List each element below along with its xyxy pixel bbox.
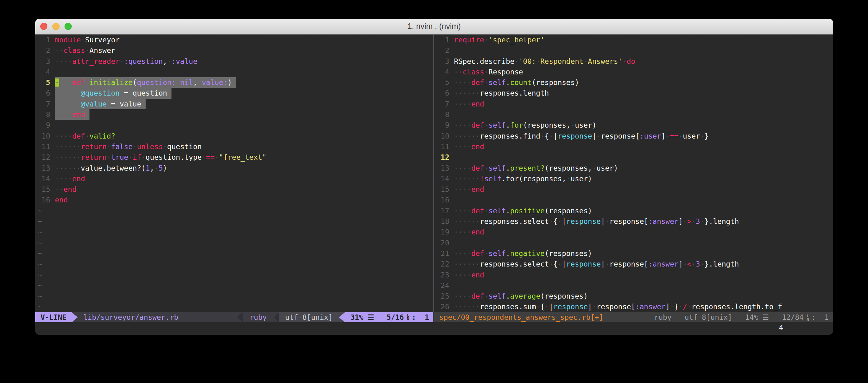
code-text: ····end (454, 141, 484, 152)
mode-indicator: V-LINE (35, 312, 72, 322)
close-button-icon[interactable] (40, 23, 48, 30)
code-line: 13····def·self.present?(responses,·user) (434, 163, 833, 173)
code-text: ····def·self.present?(responses,·user) (454, 163, 618, 173)
code-line: 17····def·self.positive(responses) (434, 206, 833, 216)
code-line: 8 (434, 109, 833, 120)
code-text: ······responses.select·{·|response|·resp… (454, 216, 739, 227)
code-line: 15····end (434, 184, 833, 195)
line-number: 15 (35, 184, 55, 195)
code-line: 7····end (434, 99, 833, 109)
code-text: ······value.between?(1,·5) (55, 163, 167, 173)
code-line: 12 (434, 152, 833, 163)
left-editor-buffer[interactable]: 1module·Surveyor2··class·Answer3····attr… (35, 35, 433, 312)
code-line: 14······!self.for(responses,·user) (434, 173, 833, 184)
code-text: ····def·self.for(responses,·user) (454, 120, 596, 131)
right-status-bar: spec/00_respondents_answers_spec.rb[+] r… (434, 312, 833, 322)
right-editor-buffer[interactable]: 1require·'spec_helper'23RSpec.describe·'… (434, 35, 833, 312)
empty-buffer-line: ~ (35, 259, 433, 269)
line-number: 6 (434, 88, 454, 98)
line-number: 11 (434, 141, 454, 152)
code-text: ····end (454, 184, 484, 195)
code-text: ····def·self.negative(responses) (454, 248, 592, 259)
line-number: 10 (35, 131, 55, 141)
code-text: ······return·false·unless·question (55, 141, 202, 152)
code-line: 10····def·valid? (35, 131, 433, 141)
column-number: 1 (425, 313, 429, 321)
code-text: ····end (454, 227, 484, 237)
tilde-marker: ~ (35, 259, 42, 269)
left-filetype: ruby (243, 312, 273, 322)
title-bar[interactable]: 1. nvim . (nvim) (35, 19, 833, 35)
code-line: 4··class·Response (434, 67, 833, 77)
line-position: 5/16 (386, 313, 404, 321)
tilde-marker: ~ (35, 206, 42, 216)
code-line: 16 (434, 195, 833, 205)
line-number: 18 (434, 216, 454, 227)
line-number: 22 (434, 259, 454, 269)
code-text: ····def·self.positive(responses) (454, 206, 592, 216)
code-line: 1require·'spec_helper' (434, 35, 833, 45)
right-position-info: 14% ☰ (745, 313, 769, 321)
left-position-info: 31% ☰5/16LN: 1 (345, 312, 433, 322)
tilde-marker: ~ (35, 291, 42, 302)
visual-selection: ····end (55, 109, 90, 120)
right-encoding: utf-8[unix] (685, 313, 732, 321)
code-line: 3RSpec.describe·'00:·Respondent·Answers'… (434, 56, 833, 67)
code-line: 14····end (35, 173, 433, 184)
line-number: 9 (35, 120, 55, 131)
powerline-arrow-icon (339, 312, 345, 322)
line-number: 7 (434, 99, 454, 109)
empty-buffer-line: ~ (35, 291, 433, 302)
tilde-marker: ~ (35, 227, 42, 237)
code-text: ······responses.select·{·|response|·resp… (454, 259, 739, 269)
empty-buffer-line: ~ (35, 280, 433, 291)
empty-buffer-line: ~ (35, 248, 433, 259)
line-number: 5 (35, 77, 55, 88)
code-text: ······responses.sum·{·|response|·respons… (454, 302, 782, 312)
line-number: 23 (434, 270, 454, 280)
code-line: 5····def·initialize(question:·nil,·value… (35, 77, 433, 88)
code-line: 4 (35, 67, 433, 77)
visual-selection: ····def·initialize(question:·nil,·value:… (55, 77, 236, 88)
code-line: 25····def·self.average(responses) (434, 291, 833, 302)
code-text: ····def·self.count(responses) (454, 77, 579, 88)
code-line: 26······responses.sum·{·|response|·respo… (434, 302, 833, 312)
code-line: 15··end (35, 184, 433, 195)
code-text: ······@value·=·value (55, 99, 146, 109)
line-number: 16 (35, 195, 55, 205)
line-number: 5 (434, 77, 454, 88)
code-text: ··class·Answer (55, 45, 115, 56)
colon-separator: : (412, 313, 416, 321)
code-line: 3····attr_reader·:question,·:value (35, 56, 433, 67)
left-encoding: utf-8[unix] (279, 312, 339, 322)
code-line: 11······return·false·unless·question (35, 141, 433, 152)
line-number: 17 (434, 206, 454, 216)
zoom-button-icon[interactable] (65, 23, 72, 30)
code-text: ····end (55, 109, 90, 120)
code-line: 23····end (434, 270, 833, 280)
line-number: 12 (35, 152, 55, 163)
code-line: 10······responses.find·{·|response|·resp… (434, 131, 833, 141)
code-text: module·Surveyor (55, 35, 120, 45)
code-text: require·'spec_helper' (454, 35, 545, 45)
code-text: ······responses.length (454, 88, 549, 98)
empty-buffer-line: ~ (35, 206, 433, 216)
line-number: 20 (434, 238, 454, 248)
code-text: ······!self.for(responses,·user) (454, 173, 592, 184)
minimize-button-icon[interactable] (52, 23, 60, 30)
code-text: ····attr_reader·:question,·:value (55, 56, 197, 67)
code-line: 20 (434, 238, 833, 248)
left-status-bar: V-LINE lib/surveyor/answer.rb ruby utf-8… (35, 312, 433, 322)
lines-glyph-icon: ☰ (762, 313, 769, 321)
line-number: 26 (434, 302, 454, 312)
line-number: 25 (434, 291, 454, 302)
line-number: 8 (434, 109, 454, 120)
tilde-marker: ~ (35, 280, 42, 291)
empty-buffer-line: ~ (35, 270, 433, 280)
empty-buffer-line: ~ (35, 216, 433, 227)
line-number: 8 (35, 109, 55, 120)
visual-selection: ······@value·=·value (55, 99, 146, 109)
line-number: 13 (35, 163, 55, 173)
command-line[interactable]: 4 (35, 322, 833, 333)
code-line: 21····def·self.negative(responses) (434, 248, 833, 259)
